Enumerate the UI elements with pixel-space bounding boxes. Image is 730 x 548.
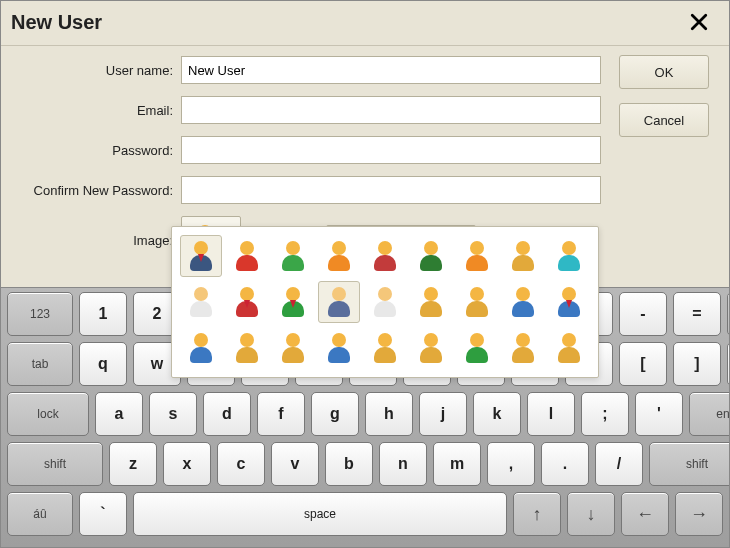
key-.[interactable]: . (541, 442, 589, 486)
avatar-talk-gold[interactable] (364, 327, 406, 369)
close-button[interactable] (679, 7, 719, 37)
key-m[interactable]: m (433, 442, 481, 486)
key-,[interactable]: , (487, 442, 535, 486)
key-=[interactable]: = (673, 292, 721, 336)
key-'[interactable]: ' (635, 392, 683, 436)
arrow-down-icon: ↓ (587, 504, 596, 525)
key-shift-right[interactable]: shift (649, 442, 730, 486)
avatar-green-suit[interactable] (272, 281, 314, 323)
key-arrow-up[interactable]: ↑ (513, 492, 561, 536)
key-arrow-left[interactable]: ← (621, 492, 669, 536)
key-q[interactable]: q (79, 342, 127, 386)
key-enter[interactable]: enter (689, 392, 730, 436)
avatar-search-blue[interactable] (318, 327, 360, 369)
key-numtoggle[interactable]: 123 (7, 292, 73, 336)
key-a[interactable]: a (95, 392, 143, 436)
avatar-doctor-white[interactable] (180, 281, 222, 323)
key-f[interactable]: f (257, 392, 305, 436)
person-icon (418, 333, 444, 363)
username-label: User name: (21, 63, 181, 78)
avatar-businessman-orange[interactable] (180, 235, 222, 277)
avatar-cart-blue[interactable] (502, 281, 544, 323)
person-icon (188, 287, 214, 317)
avatar-person-orange[interactable] (318, 235, 360, 277)
person-icon (510, 333, 536, 363)
key-l[interactable]: l (527, 392, 575, 436)
avatar-check-green[interactable] (226, 327, 268, 369)
avatar-aqua[interactable] (548, 235, 590, 277)
password-input[interactable] (181, 136, 601, 164)
key-[[interactable]: [ (619, 342, 667, 386)
avatar-officer-green[interactable] (410, 235, 452, 277)
avatar-man-gold[interactable] (410, 281, 452, 323)
key-v[interactable]: v (271, 442, 319, 486)
person-icon (372, 287, 398, 317)
avatar-cap-blue[interactable] (318, 281, 360, 323)
key-/[interactable]: / (595, 442, 643, 486)
person-icon (234, 287, 260, 317)
confirm-password-input[interactable] (181, 176, 601, 204)
window-title: New User (11, 11, 102, 34)
avatar-laptop-blue[interactable] (180, 327, 222, 369)
key-tab[interactable]: tab (7, 342, 73, 386)
avatar-woman-red[interactable] (364, 235, 406, 277)
person-icon (556, 287, 582, 317)
key-backtick[interactable]: ` (79, 492, 127, 536)
key-arrow-right[interactable]: → (675, 492, 723, 536)
person-icon (280, 287, 306, 317)
avatar-woman-orange[interactable] (456, 235, 498, 277)
key-g[interactable]: g (311, 392, 359, 436)
username-input[interactable] (181, 56, 601, 84)
person-icon (464, 287, 490, 317)
avatar-simple-gold[interactable] (502, 235, 544, 277)
key-arrow-down[interactable]: ↓ (567, 492, 615, 536)
key-d[interactable]: d (203, 392, 251, 436)
person-icon (326, 241, 352, 271)
key-shift-left[interactable]: shift (7, 442, 103, 486)
email-input[interactable] (181, 96, 601, 124)
key-c[interactable]: c (217, 442, 265, 486)
person-icon (372, 241, 398, 271)
person-icon (326, 287, 352, 317)
key-k[interactable]: k (473, 392, 521, 436)
password-label: Password: (21, 143, 181, 158)
person-icon (510, 241, 536, 271)
avatar-star-gold[interactable] (548, 327, 590, 369)
avatar-money-green[interactable] (456, 327, 498, 369)
key-z[interactable]: z (109, 442, 157, 486)
key-][interactable]: ] (673, 342, 721, 386)
person-icon (280, 241, 306, 271)
key-s[interactable]: s (149, 392, 197, 436)
person-icon (510, 287, 536, 317)
key-h[interactable]: h (365, 392, 413, 436)
email-label: Email: (21, 103, 181, 118)
avatar-red-suit[interactable] (226, 281, 268, 323)
avatar-plus-green[interactable] (502, 327, 544, 369)
key-space[interactable]: space (133, 492, 507, 536)
key-lock[interactable]: lock (7, 392, 89, 436)
avatar-phone-green[interactable] (272, 235, 314, 277)
close-icon (690, 13, 708, 31)
avatar-chat-gold[interactable] (456, 281, 498, 323)
avatar-key-gold[interactable] (272, 327, 314, 369)
key-j[interactable]: j (419, 392, 467, 436)
avatar-blue-suit[interactable] (548, 281, 590, 323)
key-n[interactable]: n (379, 442, 427, 486)
key-;[interactable]: ; (581, 392, 629, 436)
person-icon (556, 333, 582, 363)
key-b[interactable]: b (325, 442, 373, 486)
key--[interactable]: - (619, 292, 667, 336)
arrow-left-icon: ← (636, 504, 654, 525)
key-accent[interactable]: áû (7, 492, 73, 536)
key-x[interactable]: x (163, 442, 211, 486)
person-icon (188, 333, 214, 363)
person-icon (188, 241, 214, 271)
avatar-woman-brown[interactable] (364, 281, 406, 323)
key-1[interactable]: 1 (79, 292, 127, 336)
avatar-clipboard-gold[interactable] (410, 327, 452, 369)
person-icon (418, 241, 444, 271)
avatar-megaphone-red[interactable] (226, 235, 268, 277)
person-icon (464, 241, 490, 271)
person-icon (234, 241, 260, 271)
confirm-password-label: Confirm New Password: (21, 183, 181, 198)
